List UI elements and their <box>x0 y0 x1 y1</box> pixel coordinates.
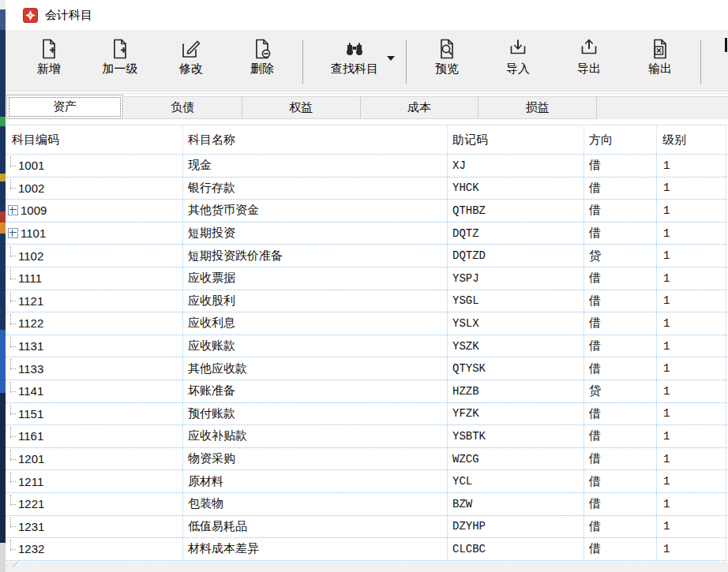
table-row[interactable]: 1221包装物BZW借1 <box>6 493 726 516</box>
table-row[interactable]: 1141坏账准备HZZB贷1 <box>6 380 726 403</box>
grid-header: 科目编码科目名称助记码方向级别 <box>6 125 726 155</box>
excel-output-icon <box>648 37 672 61</box>
tab-liabilities[interactable]: 负债 <box>124 97 242 118</box>
mnemonic-code-cell: YSPJ <box>448 267 584 290</box>
subject-code: 1111 <box>18 271 42 285</box>
direction-cell: 借 <box>584 403 657 425</box>
tree-branch-icon <box>7 470 18 492</box>
subject-name-cell: 材料成本差异 <box>183 538 448 560</box>
add-level-button[interactable]: 加一级 <box>84 35 156 85</box>
subject-code: 1133 <box>18 362 43 376</box>
subject-code: 1121 <box>18 294 43 308</box>
subject-name-cell: 现金 <box>183 155 448 177</box>
column-header: 方向 <box>584 125 657 154</box>
direction-cell: 借 <box>584 222 657 245</box>
code-cell: 1161 <box>6 425 183 447</box>
export-button[interactable]: 导出 <box>554 35 625 85</box>
tree-branch-icon <box>7 178 18 200</box>
table-row[interactable]: 1002银行存款YHCK借1 <box>6 178 726 200</box>
level-cell: 1 <box>657 357 726 379</box>
mnemonic-code-cell: DQTZD <box>448 245 584 267</box>
toolbar: 新增加一级修改删除查找科目预览导入导出输出 <box>6 30 728 92</box>
subject-name: 银行存款 <box>188 181 235 196</box>
toolbar-button-label: 修改 <box>179 62 203 75</box>
tab-profit-loss[interactable]: 损益 <box>478 97 597 118</box>
direction-cell: 借 <box>584 448 657 470</box>
level: 1 <box>663 475 670 488</box>
table-row[interactable]: 1001现金XJ借1 <box>6 155 726 178</box>
direction-cell: 借 <box>584 493 657 515</box>
table-row[interactable]: 1161应收补贴款YSBTK借1 <box>6 425 726 448</box>
import-button[interactable]: 导入 <box>482 35 554 85</box>
tree-branch-icon <box>7 267 18 290</box>
titlebar: 会计科目 <box>6 0 728 30</box>
level: 1 <box>663 385 670 398</box>
tab-cost[interactable]: 成本 <box>361 97 479 118</box>
direction: 借 <box>589 316 601 331</box>
subject-name-cell: 应收账款 <box>183 335 448 357</box>
direction-cell: 借 <box>584 470 657 492</box>
tree-branch-icon <box>7 380 18 402</box>
column-header: 科目编码 <box>6 125 183 154</box>
subject-name-cell: 应收票据 <box>183 267 448 290</box>
expand-plus-icon[interactable] <box>8 205 18 215</box>
level: 1 <box>663 204 670 217</box>
accounting-subjects-window: 会计科目 新增加一级修改删除查找科目预览导入导出输出 资产 负债权益成本损益 科… <box>6 0 728 572</box>
level-cell: 1 <box>657 470 726 492</box>
subject-code: 1001 <box>18 159 44 172</box>
chevron-down-icon[interactable] <box>387 56 395 61</box>
table-row[interactable]: 1101短期投资DQTZ借1 <box>6 222 726 245</box>
mnemonic-code: HZZB <box>452 385 479 398</box>
table-row[interactable]: 1009其他货币资金QTHBZ借1 <box>6 200 726 222</box>
tab-equity[interactable]: 权益 <box>242 97 361 118</box>
direction: 贷 <box>589 249 601 264</box>
code-cell: 1211 <box>6 470 183 492</box>
table-row[interactable]: 1211原材料YCL借1 <box>6 470 726 493</box>
table-row[interactable]: 1111应收票据YSPJ借1 <box>6 267 726 290</box>
preview-button[interactable]: 预览 <box>411 35 482 85</box>
horizontal-scrollbar[interactable] <box>6 562 728 572</box>
new-button[interactable]: 新增 <box>13 35 84 85</box>
tree-branch-icon <box>7 290 18 312</box>
toolbar-separator <box>302 39 303 84</box>
tab-assets[interactable]: 资产 <box>6 95 123 119</box>
mnemonic-code-cell: BZW <box>448 493 584 515</box>
level-cell: 1 <box>657 312 726 335</box>
table-row[interactable]: 1231低值易耗品DZYHP借1 <box>6 516 726 539</box>
direction: 借 <box>589 428 601 443</box>
find-subject-button[interactable]: 查找科目 <box>308 35 401 85</box>
mnemonic-code: DZYHP <box>452 520 486 533</box>
delete-button[interactable]: 删除 <box>227 35 298 85</box>
subject-name-cell: 应收股利 <box>183 290 448 312</box>
table-row[interactable]: 1122应收利息YSLX借1 <box>6 312 726 335</box>
direction-cell: 借 <box>584 538 657 560</box>
level-cell: 1 <box>657 200 726 222</box>
direction-cell: 借 <box>584 155 657 177</box>
table-row[interactable]: 1232材料成本差异CLCBC借1 <box>6 538 726 561</box>
direction: 借 <box>589 361 601 376</box>
tree-branch-icon <box>7 155 18 177</box>
doc-delete-icon <box>250 37 274 61</box>
subject-code: 1201 <box>18 452 44 465</box>
output-button[interactable]: 输出 <box>625 35 696 85</box>
table-row[interactable]: 1102短期投资跌价准备DQTZD贷1 <box>6 245 726 267</box>
code-cell: 1122 <box>6 312 183 335</box>
expand-plus-icon[interactable] <box>8 228 18 238</box>
modify-button[interactable]: 修改 <box>156 35 227 85</box>
screen: 会计科目 新增加一级修改删除查找科目预览导入导出输出 资产 负债权益成本损益 科… <box>0 0 728 572</box>
mnemonic-code: YFZK <box>452 407 479 420</box>
code-cell: 1141 <box>6 380 183 402</box>
subject-name: 应收利息 <box>188 316 235 331</box>
level-cell: 1 <box>657 155 726 177</box>
table-row[interactable]: 1131应收账款YSZK借1 <box>6 335 726 358</box>
table-row[interactable]: 1133其他应收款QTYSK借1 <box>6 357 726 380</box>
subject-name: 应收补贴款 <box>188 428 247 443</box>
table-row[interactable]: 1151预付账款YFZK借1 <box>6 403 726 426</box>
code-cell: 1102 <box>6 245 183 267</box>
direction-cell: 借 <box>584 335 657 357</box>
mnemonic-code: YSZK <box>452 340 479 353</box>
subject-name: 原材料 <box>188 474 223 489</box>
table-row[interactable]: 1121应收股利YSGL借1 <box>6 290 726 313</box>
direction-cell: 借 <box>584 178 657 200</box>
table-row[interactable]: 1201物资采购WZCG借1 <box>6 448 726 471</box>
